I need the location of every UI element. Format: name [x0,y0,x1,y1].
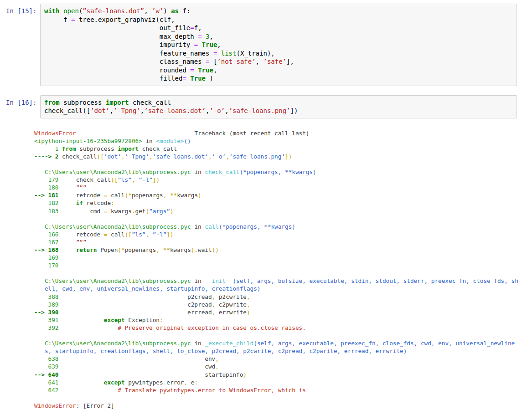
code-lines-15[interactable]: with open(”safe-loans.dot”, ’w’) as f: f… [44,7,513,83]
token: (* [125,192,132,199]
code-lines-16[interactable]: from subprocess import check_call check_… [44,98,513,115]
token [34,169,45,175]
token [198,41,202,48]
token: 388 [34,293,62,300]
token: e [187,379,194,386]
token [62,200,76,206]
token: ) [198,192,202,199]
token: 182 [34,200,62,206]
token: ””” [76,184,87,191]
token: [ [209,58,217,65]
token: ’w’ [152,7,163,15]
token: list [221,50,237,57]
token: errread [62,309,212,316]
token [62,317,104,323]
token: ]) [166,231,173,238]
token: <module> [156,138,184,144]
token: True [190,75,206,82]
token: C:\Users\user\Anaconda2\lib\subprocess.p… [45,223,191,230]
token: , [149,153,153,160]
token [62,387,118,394]
token [62,239,76,246]
token: subprocess [76,145,118,152]
token: import [118,145,139,152]
token: ”args” [149,208,170,215]
token: , [109,107,113,114]
token: , [184,379,188,386]
token: <ipython-input-16-235ba9972806> [34,138,142,144]
token: 169 [34,254,62,261]
token: ) [243,371,247,378]
token: , [132,176,135,183]
token: retcode [62,231,104,238]
token: --> 390 [34,309,62,316]
token: call [205,223,219,230]
token: if [76,200,83,206]
token: max_depth [44,33,198,40]
token: pywintypes [125,379,163,386]
token: kwargs [177,192,198,199]
token: rounded [44,67,190,74]
token: , [247,301,250,308]
token: ’-o’ [210,107,225,114]
token: except [104,317,125,323]
token: , [208,153,212,160]
token [202,33,206,40]
token: (* [118,246,124,253]
token: return [76,246,97,253]
token: (*popenargs, **kwargs) [219,223,295,230]
token: 391 [34,317,62,323]
token [217,50,221,57]
token: : [111,200,114,206]
token: check_call [129,99,171,106]
token [194,67,198,74]
token [62,184,76,191]
token: (X_train), [236,50,274,57]
token: ]) [285,153,292,160]
token: : [160,317,163,323]
token: # Translate pywintypes.error to WindowsE… [118,387,305,394]
token: 166 [34,231,62,238]
token: 170 [34,262,62,269]
token: , [217,41,221,48]
token [60,7,63,15]
token: WindowsError [34,402,76,409]
token: ’safe-loans.png’ [229,153,285,160]
token: (self, args, bufsize, executable, stdin,… [233,277,518,284]
token: p2cread [62,293,212,300]
token: , [256,58,264,65]
token: ’-Tpng’ [114,107,140,114]
notebook: In [15]: with open(”safe-loans.dot”, ’w’… [0,0,522,410]
token: ) [170,208,174,215]
token: cwd [62,363,215,370]
token: , [226,153,229,160]
token: , [247,293,250,300]
token: 641 [34,379,62,386]
token: , [215,355,219,362]
token: = [190,24,194,31]
token: with [44,7,60,15]
token: , ** [156,246,170,253]
token: ) [247,309,250,316]
token: , [213,67,217,74]
token: 183 [34,208,62,215]
token: error [166,379,184,386]
token: . [132,208,135,215]
token: f, [194,24,202,31]
token: : [194,379,198,386]
token: wait [198,246,212,253]
token: _execute_child [205,340,253,347]
token: 389 [34,301,62,308]
token: 392 [34,324,62,331]
token: 179 [34,176,62,183]
code-editor-16[interactable]: from subprocess import check_call check_… [40,95,517,118]
token [34,340,45,347]
token: ”ls” [132,231,146,238]
token: feature_names [44,50,213,57]
token: , [145,231,149,238]
token: check_call [62,153,97,160]
token: except [104,379,125,386]
token: check_call [62,176,111,183]
token: ’dot’ [90,107,109,114]
code-editor-15[interactable]: with open(”safe-loans.dot”, ’w’) as f: f… [40,4,517,86]
